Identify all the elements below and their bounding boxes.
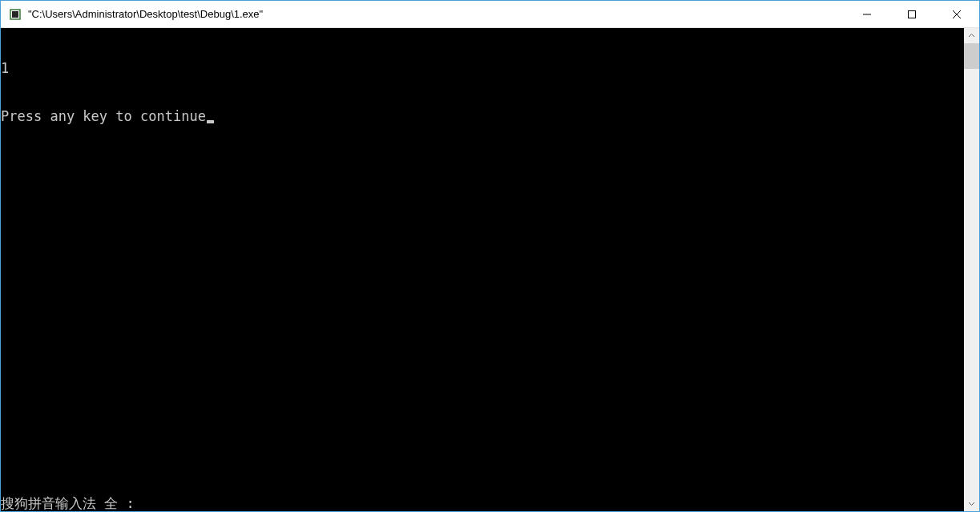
scrollbar-thumb[interactable]: [964, 43, 979, 69]
chevron-up-icon: [968, 32, 975, 39]
minimize-button[interactable]: [845, 1, 889, 27]
close-button[interactable]: [934, 1, 979, 27]
chevron-down-icon: [968, 500, 975, 507]
svg-rect-1: [12, 11, 18, 18]
console-area: 1 Press any key to continue 搜狗拼音输入法 全 :: [1, 28, 979, 511]
scrollbar-track[interactable]: [964, 43, 979, 496]
app-icon: [9, 8, 22, 21]
text-cursor: [207, 120, 214, 123]
window-controls: [845, 1, 979, 27]
scroll-up-button[interactable]: [964, 28, 979, 43]
window-title: "C:\Users\Administrator\Desktop\test\Deb…: [28, 8, 845, 20]
maximize-button[interactable]: [889, 1, 934, 27]
minimize-icon: [862, 10, 872, 19]
svg-rect-3: [909, 10, 916, 18]
scroll-down-button[interactable]: [964, 496, 979, 511]
maximize-icon: [907, 10, 917, 19]
output-line: 1: [1, 60, 964, 76]
ime-status-bar: 搜狗拼音输入法 全 :: [1, 495, 135, 511]
output-line: Press any key to continue: [1, 108, 206, 124]
console-output[interactable]: 1 Press any key to continue 搜狗拼音输入法 全 :: [1, 28, 964, 511]
titlebar[interactable]: "C:\Users\Administrator\Desktop\test\Deb…: [1, 1, 979, 28]
close-icon: [952, 10, 962, 19]
vertical-scrollbar[interactable]: [964, 28, 979, 511]
console-window: "C:\Users\Administrator\Desktop\test\Deb…: [0, 0, 980, 512]
